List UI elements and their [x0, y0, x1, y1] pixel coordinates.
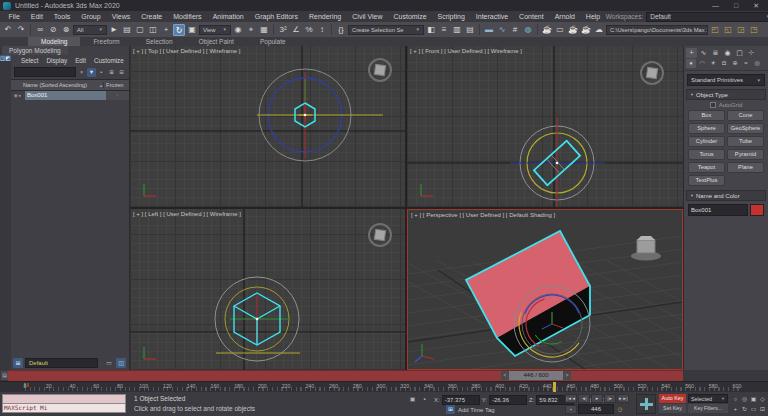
viewport-left[interactable]: [ + ] [ Left ] [ User Defined ] [ Wirefr… — [130, 209, 405, 370]
key-filters-button[interactable]: Key Filters... — [688, 404, 728, 413]
utilities-tab-icon[interactable]: ⊹ — [746, 48, 757, 58]
workspaces-dropdown[interactable]: Default ▼ — [646, 12, 768, 22]
menu-help[interactable]: Help — [580, 13, 605, 20]
select-and-scale-icon[interactable]: ▣ — [186, 24, 198, 36]
autogrid-checkbox[interactable] — [710, 102, 716, 108]
menu-tools[interactable]: Tools — [48, 13, 75, 20]
box-object-selected[interactable] — [466, 231, 590, 356]
explorer-menu-customize[interactable]: Customize — [90, 57, 128, 64]
explorer-menu-edit[interactable]: Edit — [71, 57, 90, 64]
rectangular-selection-region-icon[interactable]: ▢ — [134, 24, 146, 36]
select-and-rotate-icon[interactable]: ↻ — [173, 24, 185, 36]
import-file-icon[interactable]: ◳ — [748, 24, 760, 36]
viewport-perspective-active[interactable]: [ + ] [ Perspective ] [ User Defined ] [… — [407, 209, 683, 370]
reference-coordinate-dropdown[interactable]: View▼ — [199, 25, 231, 35]
add-time-tag[interactable]: Add Time Tag — [458, 407, 495, 413]
table-row[interactable]: ◉● Box001 ◦ — [11, 91, 129, 100]
filter-icon[interactable]: ▼ — [87, 68, 96, 77]
viewcube[interactable] — [369, 59, 391, 81]
menu-interactive[interactable]: Interactive — [470, 13, 513, 20]
time-slider-value[interactable]: 446 / 600 — [509, 371, 563, 380]
ribbon-tab-selection[interactable]: Selection — [133, 37, 186, 46]
top-viewport-canvas[interactable] — [130, 46, 405, 207]
go-to-end-button[interactable]: ►►| — [617, 394, 629, 403]
orbit-icon[interactable]: ↻ — [740, 404, 749, 414]
ribbon-tab-populate[interactable]: Populate — [247, 37, 299, 46]
lights-category-icon[interactable]: ☀ — [708, 59, 718, 68]
helpers-category-icon[interactable]: ⊕ — [730, 59, 740, 68]
shapes-category-icon[interactable]: ◠ — [697, 59, 707, 68]
project-folder-dropdown[interactable]: C:\Users\pango\Documents\3ds Max 2020▼ — [606, 25, 708, 35]
explorer-menu-select[interactable]: Select — [17, 57, 43, 64]
object-type-button-pyramid[interactable]: Pyramid — [727, 149, 764, 160]
cameras-category-icon[interactable]: ◘ — [719, 59, 729, 68]
render-iterative-icon[interactable]: ☕ — [580, 24, 592, 36]
select-and-move-icon[interactable]: + — [160, 24, 172, 36]
viewport-front-label[interactable]: [ + ] [ Front ] [ User Defined ] [ Wiref… — [410, 48, 522, 54]
zoom-icon[interactable]: ○ — [731, 394, 740, 404]
ribbon-tab-modeling[interactable]: Modeling — [28, 37, 80, 46]
lock-explorer-icon[interactable]: ▪ — [97, 68, 106, 77]
object-type-button-geosphere[interactable]: GeoSphere — [727, 123, 764, 134]
maxscript-output-line[interactable]: MAXScript Mi — [2, 404, 126, 413]
left-viewport-canvas[interactable] — [130, 209, 405, 370]
pick-parent-icon[interactable]: ⊞ — [107, 68, 116, 77]
column-frozen-header[interactable]: Frozen — [103, 82, 129, 88]
keyboard-shortcut-override-icon[interactable]: ▦ — [258, 24, 270, 36]
y-coordinate-field[interactable]: -26.36 — [489, 395, 527, 405]
pan-icon[interactable]: + — [731, 404, 740, 414]
time-configuration-icon[interactable]: ◷ — [615, 405, 625, 414]
selection-filter-dropdown[interactable]: All▼ — [73, 25, 107, 35]
perspective-viewport-canvas[interactable] — [408, 210, 682, 369]
select-by-name-icon[interactable]: ▤ — [121, 24, 133, 36]
go-to-start-button[interactable]: |◄◄ — [565, 394, 577, 403]
object-type-button-plane[interactable]: Plane — [727, 162, 764, 173]
schematic-view-icon[interactable]: # — [509, 24, 521, 36]
layer-mode-icon[interactable]: ◫ — [116, 358, 126, 368]
primitives-category-dropdown[interactable]: Standard Primitives ▼ — [687, 74, 765, 86]
minimize-button[interactable]: — — [712, 2, 719, 10]
object-type-button-torus[interactable]: Torus — [688, 149, 725, 160]
save-file-icon[interactable]: ◲ — [735, 24, 747, 36]
viewport-left-label[interactable]: [ + ] [ Left ] [ User Defined ] [ Wirefr… — [133, 211, 241, 217]
isolate-selection-icon[interactable]: ▣ — [408, 395, 417, 404]
auto-key-button[interactable]: Auto Key — [659, 394, 686, 403]
object-type-rollout-header[interactable]: ▼ Object Type — [686, 89, 766, 100]
set-key-button[interactable]: Set Key — [659, 404, 686, 413]
explorer-column-headers[interactable]: Name (Sorted Ascending) ▲ Frozen — [11, 79, 129, 91]
menu-arnold[interactable]: Arnold — [549, 13, 580, 20]
viewcube[interactable] — [641, 62, 663, 84]
ribbon-tab-freeform[interactable]: Freeform — [80, 37, 132, 46]
menu-edit[interactable]: Edit — [25, 13, 48, 20]
object-type-button-teapot[interactable]: Teapot — [688, 162, 725, 173]
object-type-button-cylinder[interactable]: Cylinder — [688, 136, 725, 147]
bind-to-space-warp-icon[interactable]: ⊗ — [60, 24, 72, 36]
mini-curve-editor-button[interactable]: ▤ — [1, 371, 8, 380]
previous-frame-arrow[interactable]: < — [501, 371, 509, 380]
previous-frame-button[interactable]: ◄| — [578, 394, 590, 403]
window-crossing-icon[interactable]: ◫ — [147, 24, 159, 36]
current-frame-field[interactable]: 446 — [578, 404, 614, 414]
menu-civil-view[interactable]: Civil View — [347, 13, 388, 20]
timeline-ruler[interactable]: 0204060801001201401601802002202402602803… — [0, 381, 768, 392]
key-mode-toggle-button[interactable]: « — [565, 405, 577, 414]
zoom-region-icon[interactable]: ▭ — [749, 404, 758, 414]
modify-tab-icon[interactable]: ∿ — [698, 48, 709, 58]
layer-default-dropdown[interactable]: Default — [25, 358, 98, 368]
align-icon[interactable]: ≡ — [438, 24, 450, 36]
material-editor-icon[interactable]: ◍ — [522, 24, 534, 36]
open-in-cloud-icon[interactable]: ☁ — [593, 24, 605, 36]
viewport-front[interactable]: [ + ] [ Front ] [ User Defined ] [ Wiref… — [407, 46, 683, 207]
viewport-perspective-label[interactable]: [ + ] [ Perspective ] [ User Defined ] [… — [411, 212, 555, 218]
object-type-button-tube[interactable]: Tube — [727, 136, 764, 147]
tab-polygon-modeling[interactable]: Polygon Modeling — [2, 46, 68, 55]
display-tab-icon[interactable]: ▢ — [734, 48, 745, 58]
menu-rendering[interactable]: Rendering — [303, 13, 346, 20]
delete-layer-icon[interactable]: ▭ — [104, 358, 114, 368]
menu-customize[interactable]: Customize — [388, 13, 432, 20]
menu-scripting[interactable]: Scripting — [432, 13, 470, 20]
name-and-color-rollout-header[interactable]: ▼ Name and Color — [686, 190, 766, 201]
menu-create[interactable]: Create — [136, 13, 168, 20]
close-button[interactable]: ✕ — [753, 2, 759, 10]
space-warps-category-icon[interactable]: ≈ — [741, 59, 751, 68]
